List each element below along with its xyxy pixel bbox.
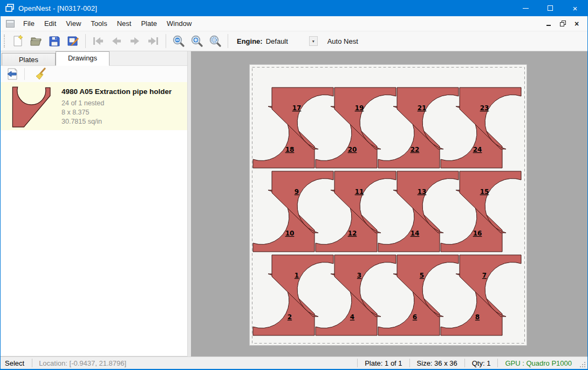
drawing-list-item[interactable]: 4980 A05 Extraction pipe holder 24 of 1 … bbox=[1, 82, 187, 130]
open-file-button[interactable] bbox=[28, 33, 44, 49]
part-label: 10 bbox=[285, 230, 295, 237]
tab-drawings[interactable]: Drawings bbox=[56, 51, 110, 66]
save-edit-icon bbox=[66, 35, 79, 48]
toolbar-separator bbox=[24, 68, 25, 80]
menu-edit[interactable]: Edit bbox=[39, 17, 61, 30]
close-button[interactable]: × bbox=[563, 0, 587, 16]
minimize-button[interactable] bbox=[513, 0, 538, 16]
part-label: 11 bbox=[355, 188, 364, 196]
status-plate: Plate: 1 of 1 bbox=[358, 359, 409, 367]
return-drawing-button[interactable] bbox=[5, 67, 20, 81]
tab-plates[interactable]: Plates bbox=[2, 53, 56, 65]
part-thumbnail-shape bbox=[12, 87, 50, 127]
part-label: 2 bbox=[288, 313, 292, 321]
next-plate-button[interactable] bbox=[127, 33, 143, 49]
engine-combobox[interactable]: Default bbox=[266, 37, 305, 45]
main-content: Plates Drawings bbox=[1, 51, 587, 356]
part-label: 3 bbox=[357, 272, 361, 279]
part-label: 19 bbox=[355, 104, 364, 112]
part-label: 15 bbox=[480, 188, 489, 196]
first-arrow-icon bbox=[92, 35, 105, 48]
resize-grip[interactable] bbox=[579, 361, 586, 368]
left-panel: Plates Drawings bbox=[1, 51, 187, 356]
plate[interactable]: 182022241719212310121416911131524681357 bbox=[249, 64, 527, 346]
menu-nest[interactable]: Nest bbox=[112, 17, 136, 30]
part-label: 24 bbox=[473, 146, 482, 153]
status-gpu: GPU : Quadro P1000 bbox=[498, 359, 579, 367]
engine-dropdown-button[interactable]: ▾ bbox=[309, 36, 318, 46]
part-label: 12 bbox=[348, 230, 357, 237]
toolbar-separator bbox=[228, 34, 228, 48]
zoom-in-button[interactable] bbox=[189, 33, 205, 49]
zoom-extents-button[interactable] bbox=[207, 33, 223, 49]
part-label: 20 bbox=[348, 146, 357, 153]
menu-file[interactable]: File bbox=[18, 17, 39, 30]
broom-icon bbox=[35, 68, 47, 80]
chevron-down-icon: ▾ bbox=[312, 39, 314, 44]
new-file-button[interactable] bbox=[10, 33, 26, 49]
save-button[interactable] bbox=[46, 33, 63, 49]
last-plate-button[interactable] bbox=[145, 33, 161, 49]
tabstrip: Plates Drawings bbox=[1, 51, 187, 66]
part-label: 17 bbox=[292, 104, 302, 112]
mdi-minimize-button[interactable] bbox=[544, 19, 553, 28]
mdi-close-button[interactable]: × bbox=[572, 19, 581, 28]
menu-tools[interactable]: Tools bbox=[86, 17, 112, 30]
mdi-restore-button[interactable] bbox=[558, 19, 567, 28]
previous-arrow-icon bbox=[110, 35, 123, 48]
statusbar: Select Location: [-0.9437, 21.8796] Plat… bbox=[1, 356, 587, 369]
previous-plate-button[interactable] bbox=[108, 33, 125, 49]
auto-nest-button[interactable]: Auto Nest bbox=[324, 35, 361, 48]
mdi-close-icon: × bbox=[575, 20, 579, 28]
status-location: Location: [-0.9437, 21.8796] bbox=[32, 359, 133, 367]
drawing-title: 4980 A05 Extraction pipe holder bbox=[61, 88, 172, 96]
status-qty: Qty: 1 bbox=[465, 359, 498, 367]
last-arrow-icon bbox=[147, 35, 160, 48]
import-arrow-icon bbox=[6, 68, 19, 80]
panel-splitter[interactable] bbox=[187, 51, 191, 356]
system-menu-icon[interactable] bbox=[6, 20, 15, 28]
save-report-button[interactable] bbox=[65, 33, 81, 49]
drawing-size: 8 x 8.375 bbox=[61, 108, 172, 117]
part-label: 7 bbox=[482, 272, 487, 279]
drawing-area: 30.7815 sq/in bbox=[61, 117, 172, 126]
part-label: 14 bbox=[411, 230, 420, 237]
part-label: 16 bbox=[473, 230, 482, 237]
toolbar-grip[interactable] bbox=[4, 35, 5, 48]
part-label: 9 bbox=[295, 188, 299, 196]
zoom-extents-icon bbox=[209, 35, 222, 48]
plate-svg: 182022241719212310121416911131524681357 bbox=[250, 65, 528, 346]
menubar: File Edit View Tools Nest Plate Window × bbox=[1, 16, 587, 31]
drawing-list-empty-area bbox=[1, 130, 187, 356]
part-thumbnail bbox=[11, 86, 52, 128]
titlebar: OpenNest - [N0317-002] × bbox=[1, 0, 587, 16]
first-plate-button[interactable] bbox=[90, 33, 106, 49]
menu-plate[interactable]: Plate bbox=[136, 17, 162, 30]
open-folder-icon bbox=[30, 35, 43, 48]
menu-view[interactable]: View bbox=[61, 17, 86, 30]
close-icon: × bbox=[573, 4, 578, 12]
part-label: 6 bbox=[413, 313, 417, 321]
part-label: 13 bbox=[418, 188, 427, 196]
window-title: OpenNest - [N0317-002] bbox=[18, 4, 97, 12]
opennest-window: OpenNest - [N0317-002] × File Edit View … bbox=[0, 0, 588, 370]
app-icon bbox=[5, 4, 14, 12]
menu-window[interactable]: Window bbox=[162, 17, 196, 30]
drawing-nested-count: 24 of 1 nested bbox=[61, 99, 172, 108]
mdi-minimize-icon bbox=[546, 25, 551, 26]
mdi-restore-icon bbox=[560, 21, 566, 26]
minimize-icon bbox=[523, 8, 529, 9]
zoom-in-icon bbox=[190, 35, 203, 48]
clear-drawings-button[interactable] bbox=[33, 67, 49, 81]
part-label: 8 bbox=[475, 313, 480, 321]
part-label: 4 bbox=[350, 313, 354, 321]
part-label: 18 bbox=[285, 146, 295, 153]
next-arrow-icon bbox=[128, 35, 141, 48]
maximize-icon bbox=[548, 5, 553, 11]
nest-canvas[interactable]: 182022241719212310121416911131524681357 bbox=[191, 51, 587, 356]
part-label: 5 bbox=[420, 272, 424, 279]
part-label: 22 bbox=[411, 146, 420, 153]
drawings-toolbar bbox=[1, 66, 187, 82]
zoom-out-button[interactable] bbox=[170, 33, 187, 49]
maximize-button[interactable] bbox=[538, 0, 563, 16]
